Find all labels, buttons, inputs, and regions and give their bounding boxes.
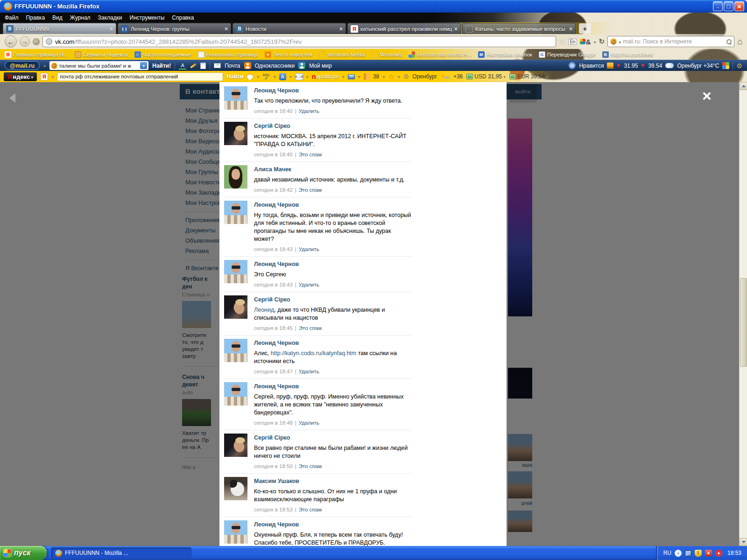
maximize-button[interactable]: [724, 1, 733, 11]
search-icon[interactable]: [726, 39, 732, 44]
bookmark-item[interactable]: Главная страница Я...: [5, 51, 68, 58]
maps-icon[interactable]: [722, 62, 729, 69]
tab-close-icon[interactable]: [454, 26, 458, 32]
back-button[interactable]: [5, 35, 17, 48]
search-engine-icon[interactable]: [610, 38, 617, 45]
comment-action-link[interactable]: Это спам: [299, 325, 322, 331]
yandex-find-button[interactable]: Найти: [226, 73, 243, 80]
bookmark-item[interactable]: Настройка ссылок: [478, 51, 532, 58]
browser-tab[interactable]: FFFUUUNNN: [3, 23, 116, 34]
home-button[interactable]: [737, 37, 742, 47]
comment-author-link[interactable]: Леонид Чернов: [254, 202, 412, 208]
network-icon[interactable]: [685, 550, 691, 556]
apps-icon[interactable]: [607, 63, 613, 69]
tab-close-icon[interactable]: [339, 26, 343, 32]
new-tab-button[interactable]: [579, 23, 591, 34]
yandex-search-field[interactable]: [60, 74, 220, 79]
menu-item[interactable]: Журнал: [70, 14, 91, 21]
bookmark-item[interactable]: http://vk.com/feed: [602, 51, 653, 58]
bookmark-star-icon[interactable]: [559, 37, 565, 46]
bookmark-item[interactable]: Windows Media: [319, 51, 365, 58]
usd-rate-widget[interactable]: USD 31,95: [466, 73, 506, 80]
comment-author-link[interactable]: Леонид Чернов: [254, 340, 412, 346]
bookmarks-book-icon[interactable]: [364, 73, 370, 80]
url-input[interactable]: vk.com/fffuuunnn?z=photo-20744542_288142…: [42, 36, 556, 47]
bookmark-item[interactable]: Бесплатная почта Н...: [409, 51, 472, 58]
avatar[interactable]: [224, 122, 247, 145]
odnoklassniki-link[interactable]: Одноклассники: [255, 63, 295, 69]
dropdown-icon[interactable]: [398, 73, 400, 80]
pencil-icon[interactable]: [190, 63, 197, 68]
security-alert-icon[interactable]: [705, 550, 712, 557]
comment-action-link[interactable]: Это спам: [299, 507, 322, 512]
avatar[interactable]: [224, 520, 247, 544]
page-preview-icon[interactable]: [200, 63, 206, 69]
comment-action-link[interactable]: Удалить: [299, 420, 319, 426]
comment-author-link[interactable]: Леонид Чернов: [254, 521, 412, 528]
mailru-logo[interactable]: @mail.ru: [5, 61, 40, 70]
bookmark-item[interactable]: Начальная страница: [198, 51, 258, 58]
favorites-star-icon[interactable]: [388, 72, 394, 81]
dropdown-icon[interactable]: [546, 73, 549, 80]
page-scrollbar[interactable]: [739, 82, 747, 546]
moy-mir-link[interactable]: Мой мир: [309, 63, 331, 69]
avatar[interactable]: [224, 86, 247, 110]
bookmark-item[interactable]: Часто посещаемые: [134, 51, 191, 58]
comment-inline-link[interactable]: Леонид: [254, 307, 274, 313]
comment-author-link[interactable]: Сергій Сірко: [254, 434, 412, 441]
mailru-search-field[interactable]: [59, 63, 139, 69]
mailru-find-button[interactable]: Найти!: [152, 63, 171, 69]
weather-info[interactable]: Оренбург +34°C: [677, 63, 719, 69]
scrollbar-thumb[interactable]: [740, 278, 747, 367]
dropdown-icon[interactable]: [306, 73, 309, 80]
web-search-input[interactable]: [607, 36, 734, 47]
yandex-settings-icon[interactable]: [403, 73, 409, 80]
menu-item[interactable]: Справка: [172, 14, 194, 21]
comment-inline-link[interactable]: http://katyn.codis.ru/katynfaq.htm: [271, 350, 356, 357]
comment-action-link[interactable]: Удалить: [299, 246, 319, 252]
mailru-mail-link[interactable]: Почта: [225, 63, 240, 69]
dropdown-icon[interactable]: [274, 73, 276, 80]
yandex-mini-icon[interactable]: [40, 73, 48, 81]
browser-tab[interactable]: катынский расстрел произвели немцы ...: [347, 23, 461, 34]
comments-bubble-icon[interactable]: [247, 74, 254, 79]
avatar[interactable]: [224, 295, 247, 319]
mailru-settings-icon[interactable]: [736, 62, 742, 70]
taskbar-task-button[interactable]: FFFUUUNNN - Mozilla ...: [51, 547, 191, 559]
comment-author-link[interactable]: Леонид Чернов: [254, 87, 412, 94]
site-identity-icon[interactable]: [46, 38, 52, 45]
browser-tab[interactable]: Катынь: часто задаваемые вопросы: [462, 23, 576, 34]
eur-rate[interactable]: 39.54: [648, 63, 662, 69]
mailru-search-dropdown-icon[interactable]: [140, 62, 147, 69]
comment-action-link[interactable]: Удалить: [299, 108, 319, 114]
avatar[interactable]: [224, 382, 247, 406]
bookmark-item[interactable]: Переводчик Google: [539, 51, 596, 58]
eur-rate-widget[interactable]: EUR 39,54: [509, 73, 549, 80]
translit-icon[interactable]: [295, 73, 303, 80]
comment-author-link[interactable]: Максим Ушаков: [254, 478, 412, 484]
yandex-mail-icon[interactable]: [348, 74, 355, 79]
avatar[interactable]: [224, 260, 247, 283]
reload-button[interactable]: [599, 37, 605, 46]
tab-close-icon[interactable]: [110, 26, 113, 32]
google-services-icon[interactable]: [580, 38, 591, 46]
agent-icon[interactable]: [715, 550, 722, 557]
menu-item[interactable]: Правка: [26, 14, 45, 21]
language-indicator[interactable]: RU: [663, 550, 671, 556]
yandex-city[interactable]: Оренбург: [412, 73, 437, 80]
photo-viewer-close-icon[interactable]: [702, 89, 712, 103]
bookmark-item[interactable]: Windows: [372, 51, 402, 58]
minimize-button[interactable]: [713, 1, 723, 11]
avatar[interactable]: [224, 477, 247, 500]
browser-tab[interactable]: Леонид Чернов: группы: [118, 23, 231, 34]
comment-action-link[interactable]: Удалить: [299, 282, 319, 287]
avatar[interactable]: [224, 201, 247, 224]
start-button[interactable]: пуск: [0, 546, 47, 560]
menu-item[interactable]: Инструменты: [130, 14, 165, 21]
dropdown-icon[interactable]: [257, 73, 259, 80]
highlight-icon[interactable]: [179, 62, 186, 70]
menu-item[interactable]: Файл: [5, 14, 19, 21]
search-engine-dropdown-icon[interactable]: [619, 37, 621, 46]
usd-rate[interactable]: 31.95: [624, 63, 638, 69]
forward-button[interactable]: [20, 36, 30, 47]
